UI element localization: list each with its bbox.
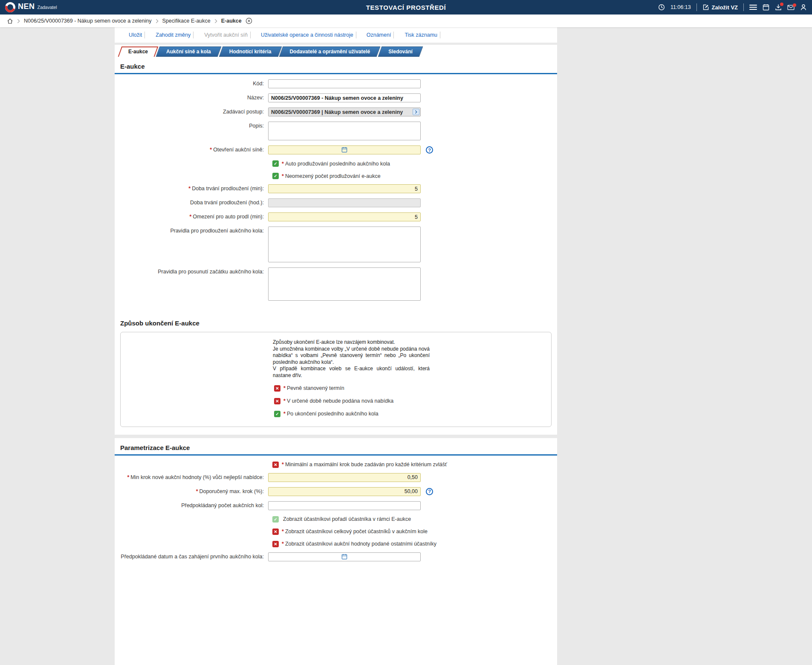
toolbar-label: Vytvořit aukční síň [204, 32, 248, 38]
checkbox-po-ukonceni[interactable]: ✓ [274, 411, 280, 417]
omezeni-auto-prodl-label: *Omezení pro auto prodl (min): [115, 214, 268, 220]
form-row-kod: Kód: [115, 79, 557, 88]
tab-hodnotici-kriteria[interactable]: Hodnotící kritéria [221, 46, 280, 57]
pravidla-prodlouzeni-textarea[interactable] [268, 227, 421, 262]
checkbox-label: *Auto prodlužování posledního aukčního k… [282, 161, 390, 167]
checkbox-label: *V určené době nebude podána nová nabídk… [283, 398, 393, 404]
help-icon[interactable]: ? [426, 488, 433, 495]
zadavaci-postup-open-button[interactable] [413, 109, 419, 115]
user-icon[interactable] [800, 4, 807, 11]
check-row-po-ukonceni: ✓ *Po ukončení posledního aukčního kola [274, 411, 551, 417]
toolbar-user-operations-button[interactable]: Uživatelské operace a činnosti nástroje [251, 32, 356, 38]
create-vz-label: Založit VZ [712, 4, 738, 11]
kod-label: Kód: [115, 81, 268, 87]
nen-home-link[interactable]: NEN Zadavatel [5, 2, 57, 12]
messages-icon[interactable] [787, 5, 795, 10]
tab-aukcni-sine-a-kola[interactable]: Aukční síně a kola [158, 46, 220, 57]
doba-trvani-min-label: *Doba trvání prodloužení (min): [115, 186, 268, 192]
checkbox-min-max-krok[interactable]: ✕ [272, 462, 279, 468]
check-row-min-max-krok: ✕ *Minimální a maximální krok bude zadáv… [272, 462, 557, 468]
top-header: NEN Zadavatel TESTOVACÍ PROSTŘEDÍ 11:06:… [0, 0, 812, 15]
otevreni-aukcni-sine-input[interactable] [268, 145, 421, 154]
chevron-right-icon [214, 19, 217, 23]
help-icon[interactable]: ? [426, 146, 433, 154]
document-icon [359, 32, 364, 38]
toolbar-discard-button[interactable]: Zahodit změny [145, 32, 193, 38]
checkbox-label: *Minimální a maximální krok bude zadáván… [282, 462, 447, 468]
kod-input[interactable] [268, 79, 421, 88]
check-row-poradi-ucastnika: ✓ Zobrazit účastníkovi pořadí účastníka … [272, 516, 557, 523]
home-icon[interactable] [7, 18, 13, 24]
brand-name: NEN [18, 2, 35, 11]
checkbox-pevny-termin[interactable]: ✕ [274, 385, 280, 392]
min-krok-input[interactable] [268, 473, 421, 482]
datum-zahajeni-input[interactable] [268, 552, 421, 561]
tab-dodavatele-a-opravneni-uzivatele[interactable]: Dodavatelé a oprávnění uživatelé [281, 46, 379, 57]
e-aukce-form-card: E-aukce Aukční síně a kola Hodnotící kri… [115, 45, 557, 435]
create-vz-button[interactable]: Založit VZ [702, 4, 738, 11]
header-divider [743, 3, 744, 11]
downloads-badge [780, 3, 783, 6]
checkbox-celkovy-pocet[interactable]: ✕ [272, 529, 279, 535]
toolbar-notifications-button[interactable]: Oznámení [356, 32, 394, 38]
messages-badge [793, 3, 796, 7]
tab-e-aukce[interactable]: E-aukce [120, 46, 156, 57]
checkbox-urcena-doba[interactable]: ✕ [274, 398, 280, 404]
header-divider [696, 3, 697, 11]
breadcrumb-item-record[interactable]: N006/25/V00007369 - Nákup semen ovoce a … [24, 18, 152, 24]
section-title-zpusob-ukonceni: Způsob ukončení E-aukce [115, 314, 557, 327]
form-row-nazev: Název: [115, 93, 557, 102]
clock-icon [658, 4, 665, 11]
form-row-pravidla-prodlouzeni: Pravidla pro prodloužení aukčního kola: [115, 227, 557, 262]
downloads-icon[interactable] [775, 4, 782, 11]
max-krok-input[interactable] [268, 487, 421, 496]
form-row-pocet-kol: Předpokládaný počet aukčních kol: [115, 501, 557, 510]
checkbox-neomezeny-pocet[interactable]: ✓ [272, 173, 279, 179]
toolbar-label: Uložit [129, 32, 142, 38]
check-row-auto-prodluzovani: ✓ *Auto prodlužování posledního aukčního… [272, 160, 557, 167]
omezeni-auto-prodl-input[interactable] [268, 212, 421, 221]
zadavaci-postup-label: Zadávací postup: [115, 109, 268, 115]
toolbar-save-button[interactable]: Uložit [118, 32, 144, 38]
section-underline [115, 73, 557, 74]
tab-sledovani[interactable]: Sledování [380, 46, 421, 57]
card-gap [115, 435, 557, 438]
breadcrumb-item-specifikace[interactable]: Specifikace E-aukce [162, 18, 211, 24]
brand-subtitle: Zadavatel [38, 5, 57, 10]
checkbox-label: Zobrazit účastníkovi pořadí účastníka v … [282, 516, 411, 522]
tab-bar: E-aukce Aukční síně a kola Hodnotící kri… [115, 45, 557, 57]
zadavaci-postup-field: N006/25/V00007369 | Nákup semen ovoce a … [268, 107, 421, 116]
check-row-aukcni-hodnoty: ✕ *Zobrazit účastníkovi aukční hodnoty p… [272, 541, 557, 547]
document-icon [253, 32, 259, 38]
checkbox-label: *Zobrazit účastníkovi celkový počet účas… [282, 529, 428, 534]
form-row-doba-trvani-min: *Doba trvání prodloužení (min): [115, 184, 557, 193]
doba-trvani-hod-label: Doba trvání prodloužení (hod.): [115, 200, 268, 206]
nen-logo-icon [5, 2, 15, 12]
discard-changes-icon [147, 32, 153, 38]
pravidla-posunuti-label: Pravidla pro posunutí začátku aukčního k… [115, 267, 268, 275]
pravidla-posunuti-textarea[interactable] [268, 267, 421, 301]
calendar-icon[interactable] [763, 4, 769, 11]
pocet-kol-input[interactable] [268, 501, 421, 510]
doba-trvani-min-input[interactable] [268, 184, 421, 193]
pocet-kol-label: Předpokládaný počet aukčních kol: [115, 502, 268, 509]
section-title-e-aukce: E-aukce [115, 57, 557, 70]
toolbar-print-button[interactable]: Tisk záznamu [394, 32, 440, 38]
toolbar-create-auction-room-button: Vytvořit aukční síň [194, 32, 250, 38]
print-icon [396, 32, 402, 38]
max-krok-label: *Doporučený max. krok (%): [115, 488, 268, 495]
checkbox-auto-prodluzovani[interactable]: ✓ [272, 160, 279, 167]
menu-icon[interactable] [749, 4, 757, 10]
popis-textarea[interactable] [268, 122, 421, 140]
form-row-otevreni: *Otevření aukční síně: ? [115, 145, 557, 154]
info-line: Způsoby ukončení E-aukce lze navzájem ko… [273, 339, 430, 346]
doba-trvani-hod-input [268, 198, 421, 207]
form-row-min-krok: *Min krok nové aukční hodnoty (%) vůči n… [115, 473, 557, 482]
close-tab-icon[interactable] [246, 17, 252, 24]
nazev-input[interactable] [268, 93, 421, 102]
min-krok-label: *Min krok nové aukční hodnoty (%) vůči n… [115, 474, 268, 481]
environment-title: TESTOVACÍ PROSTŘEDÍ [366, 4, 446, 11]
form-row-omezeni-auto-prodl: *Omezení pro auto prodl (min): [115, 212, 557, 221]
toolbar: Uložit Zahodit změny Vytvořit aukční síň… [115, 27, 557, 43]
checkbox-aukcni-hodnoty[interactable]: ✕ [272, 541, 279, 547]
